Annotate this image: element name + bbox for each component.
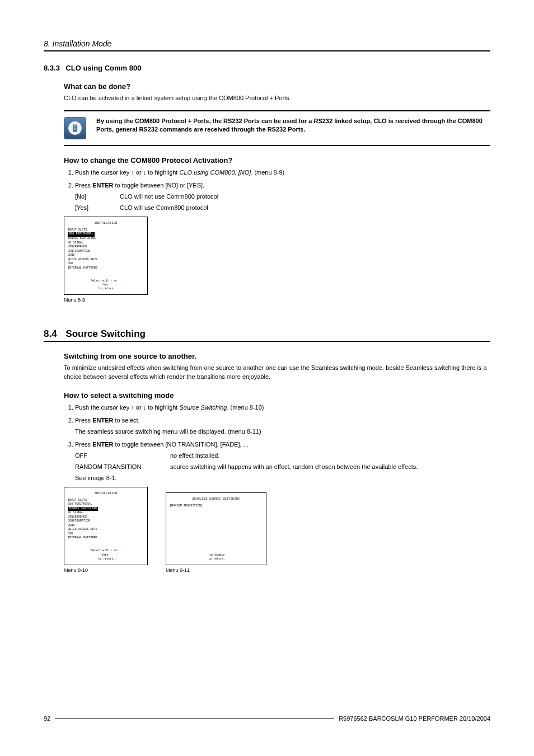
- section-title: CLO using Comm 800: [65, 64, 141, 72]
- menu-8-10-block: INSTALLATIONINPUT SLOTS800 PERIPHERALSOU…: [64, 487, 148, 573]
- step-2-sub: The seamless source switching menu will …: [75, 427, 490, 436]
- how-select-heading: How to select a switching mode: [64, 391, 490, 400]
- section-8-4: 8.4 Source Switching Switching from one …: [44, 328, 490, 573]
- menu-8-9-panel: INSTALLATIONINPUT SLOTS800 PERIPHERALSOU…: [64, 217, 148, 295]
- steps-list-833: Push the cursor key ↑ or ↓ to highlight …: [64, 168, 490, 190]
- option-yes-desc: CLO will use Comm800 protocol: [120, 204, 490, 211]
- effect-random-label: RANDOM TRANSITION: [75, 463, 170, 470]
- section-number: 8.4: [44, 328, 64, 340]
- menu-figures-84: INSTALLATIONINPUT SLOTS800 PERIPHERALSOU…: [64, 487, 490, 573]
- what-can-be-done-text: CLO can be activated in a linked system …: [64, 94, 490, 102]
- step-2: Press ENTER to toggle between [NO] or [Y…: [75, 181, 490, 190]
- section-8-4-heading: 8.4 Source Switching: [44, 328, 490, 342]
- page-footer: 92 R5976562 BARCOSLM G10 PERFORMER 20/10…: [44, 719, 490, 726]
- step-1: Push the cursor key ↑ or ↓ to highlight …: [75, 168, 490, 177]
- menu-8-11-panel: SEAMLESS SOURCE SWITCHING[RANDOM TRANSIT…: [166, 492, 266, 565]
- what-can-be-done-heading: What can be done?: [64, 82, 490, 91]
- section-number: 8.3.3: [44, 64, 64, 72]
- menu-8-11-caption: Menu 8-11: [166, 567, 266, 573]
- option-no-label: [No]: [75, 193, 120, 200]
- chapter-header: 8. Installation Mode: [44, 39, 490, 51]
- see-image-note: See image 8-1.: [75, 475, 490, 481]
- effect-off: OFF no effect installed.: [75, 452, 490, 459]
- doc-id: R5976562 BARCOSLM G10 PERFORMER 20/10/20…: [334, 715, 490, 722]
- note-callout: By using the COM800 Protocol + Ports, th…: [64, 110, 490, 146]
- section-8-3-3: 8.3.3 CLO using Comm 800 What can be don…: [44, 64, 490, 303]
- menu-8-9-caption: Menu 8-9: [64, 297, 148, 303]
- menu-8-10-panel: INSTALLATIONINPUT SLOTS800 PERIPHERALSOU…: [64, 487, 148, 565]
- note-icon: [64, 117, 86, 139]
- menu-figures-833: INSTALLATIONINPUT SLOTS800 PERIPHERALSOU…: [64, 217, 490, 303]
- switching-heading: Switching from one source to another.: [64, 352, 490, 360]
- option-yes-label: [Yes]: [75, 204, 120, 211]
- menu-8-10-caption: Menu 8-10: [64, 567, 148, 573]
- option-yes: [Yes] CLO will use Comm800 protocol: [75, 204, 490, 211]
- steps-list-84: Push the cursor key ↑ or ↓ to highlight …: [64, 403, 490, 449]
- effect-off-label: OFF: [75, 452, 170, 459]
- menu-8-9-block: INSTALLATIONINPUT SLOTS800 PERIPHERALSOU…: [64, 217, 148, 303]
- effect-random-desc: source switching will happens with an ef…: [170, 463, 490, 470]
- note-text: By using the COM800 Protocol + Ports, th…: [96, 117, 490, 139]
- menu-8-11-block: SEAMLESS SOURCE SWITCHING[RANDOM TRANSIT…: [166, 492, 266, 573]
- step-1: Push the cursor key ↑ or ↓ to highlight …: [75, 403, 490, 412]
- section-title: Source Switching: [65, 328, 146, 339]
- how-change-heading: How to change the COM800 Protocol Activa…: [64, 156, 490, 165]
- option-no: [No] CLO will not use Comm800 protocol: [75, 193, 490, 200]
- switching-text: To minimize undesired effects when switc…: [64, 364, 490, 381]
- page-number: 92: [44, 715, 55, 722]
- effect-off-desc: no effect installed.: [170, 452, 490, 459]
- option-no-desc: CLO will not use Comm800 protocol: [120, 193, 490, 200]
- step-3: Press ENTER to toggle between [NO TRANSI…: [75, 440, 490, 449]
- effect-random: RANDOM TRANSITION source switching will …: [75, 463, 490, 470]
- step-2: Press ENTER to select. The seamless sour…: [75, 416, 490, 436]
